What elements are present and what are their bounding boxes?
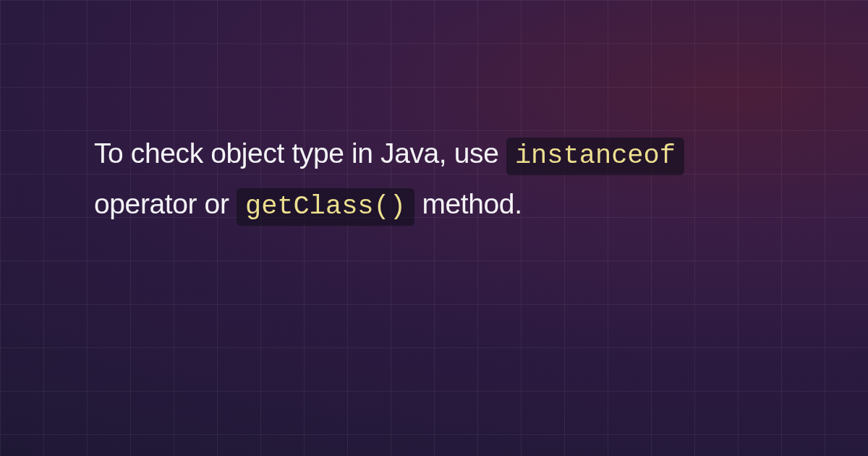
- text-segment-3: method.: [414, 188, 522, 219]
- main-text: To check object type in Java, use instan…: [94, 129, 774, 230]
- code-inline-instanceof: instanceof: [506, 138, 684, 175]
- text-segment-1: To check object type in Java, use: [94, 138, 506, 169]
- text-segment-2: operator or: [94, 188, 237, 219]
- code-inline-getclass: getClass(): [237, 188, 414, 226]
